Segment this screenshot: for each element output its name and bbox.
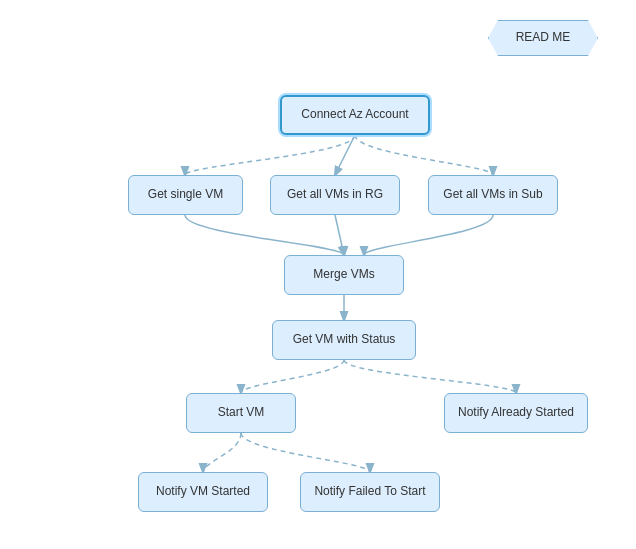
notify-vm-started-node: Notify VM Started <box>138 472 268 512</box>
notify-failed-to-start-node: Notify Failed To Start <box>300 472 440 512</box>
start-vm-node: Start VM <box>186 393 296 433</box>
merge-vms-node: Merge VMs <box>284 255 404 295</box>
get-all-vms-sub-node: Get all VMs in Sub <box>428 175 558 215</box>
notify-already-started-node: Notify Already Started <box>444 393 588 433</box>
flowchart-diagram: READ ME Connect Az Account Get single VM… <box>0 0 636 549</box>
get-single-vm-node: Get single VM <box>128 175 243 215</box>
get-vm-status-node: Get VM with Status <box>272 320 416 360</box>
readme-node: READ ME <box>488 20 598 56</box>
get-all-vms-rg-node: Get all VMs in RG <box>270 175 400 215</box>
connect-az-account-node[interactable]: Connect Az Account <box>280 95 430 135</box>
